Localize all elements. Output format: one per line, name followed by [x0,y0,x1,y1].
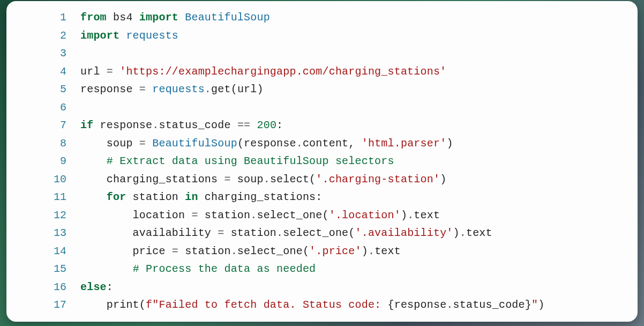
code-block: 1from bs4 import BeautifulSoup2import re… [6,9,638,314]
token-pun: ( [231,83,237,95]
code-line: 15 # Process the data as needed [6,260,638,278]
token-cmt: # Extract data using BeautifulSoup selec… [107,155,394,167]
line-number: 15 [6,260,80,278]
token-pun: ) [440,173,446,186]
token-id: soup [231,173,264,186]
token-id: bs4 [107,11,139,24]
token-op: = [107,65,113,78]
token-fn: select [270,173,309,186]
token-id: response [244,137,296,150]
token-fid: response [394,299,447,311]
line-content: # Process the data as needed [80,260,638,278]
token-pun: ) [362,245,368,257]
token-pun: { [388,299,394,311]
token-op: . [231,245,237,257]
line-number: 16 [6,278,80,297]
token-op: == [237,119,250,131]
code-line: 2import requests [6,27,638,45]
token-kw: for [107,191,126,203]
token-mod: requests [152,83,205,95]
token-pun: ( [303,245,309,257]
token-pun: , [348,137,361,150]
token-pun: ( [237,137,244,150]
token-id: url [80,65,107,78]
token-pun: ( [323,209,329,221]
line-content [80,45,638,63]
line-number: 3 [6,45,80,63]
token-fn: select_one [283,227,348,239]
token-str: '.location' [329,209,401,221]
token-pun: ) [401,209,407,221]
line-content: import requests [80,27,638,45]
line-content: from bs4 import BeautifulSoup [80,9,638,27]
token-id [119,29,126,42]
token-mod: requests [126,29,178,42]
token-kw: import [80,29,119,42]
token-pun: ) [538,299,544,311]
token-id: charging_stations [80,173,224,186]
line-content: url = 'https://examplechargingapp.com/ch… [80,63,638,81]
token-str: 'html.parser' [362,137,447,150]
token-id: charging_stations [198,191,316,203]
token-op: = [139,83,146,95]
token-fn: get [211,83,231,95]
line-number: 2 [6,27,80,45]
token-num: 200 [257,119,276,131]
token-id: content [303,137,348,150]
token-cmt: # Process the data as needed [133,263,316,275]
token-kw: if [80,119,93,131]
line-content: price = station.select_one('.price').tex… [80,242,638,261]
token-id: response [93,119,152,131]
code-line: 8 soup = BeautifulSoup(response.content,… [6,135,638,153]
token-op: = [224,173,230,186]
token-op: . [460,227,466,239]
code-line: 16else: [6,278,638,297]
code-line: 9 # Extract data using BeautifulSoup sel… [6,152,638,171]
token-op: = [191,209,198,221]
token-op: . [446,299,453,311]
token-op: . [296,137,303,150]
token-id: station [198,209,251,221]
code-line: 11 for station in charging_stations: [6,188,638,206]
token-id: price [80,245,172,257]
line-content: soup = BeautifulSoup(response.content, '… [80,135,638,153]
token-op: . [368,245,375,257]
line-content: response = requests.get(url) [80,80,638,99]
token-id [80,299,107,311]
line-number: 12 [6,206,80,225]
line-number: 7 [6,116,80,135]
line-number: 4 [6,63,80,81]
token-id: location [80,209,191,221]
token-id [113,65,119,78]
code-line: 1from bs4 import BeautifulSoup [6,9,638,27]
token-fn: select_one [237,245,303,257]
line-number: 13 [6,224,80,242]
token-str: '.price' [309,245,362,257]
token-str: '.availability' [355,227,453,239]
token-op: = [172,245,178,257]
token-pun: ) [453,227,460,239]
token-id: station [126,191,185,203]
token-id [80,263,133,275]
token-id: station [224,227,276,239]
token-op: = [139,137,146,150]
code-line: 12 location = station.select_one('.locat… [6,206,638,225]
token-str: " [531,299,538,311]
line-content: print(f"Failed to fetch data. Status cod… [80,296,638,314]
token-op: . [205,83,211,95]
token-id: availability [80,227,218,239]
line-number: 8 [6,135,80,153]
line-number: 10 [6,171,80,189]
line-number: 6 [6,99,80,117]
token-pun: : [316,191,322,203]
token-id [80,191,107,203]
token-op: . [276,227,283,239]
token-id: url [237,83,257,95]
line-content: location = station.select_one('.location… [80,206,638,225]
line-number: 11 [6,188,80,206]
token-pun: ( [348,227,355,239]
code-line: 7if response.status_code == 200: [6,116,638,135]
token-op: . [264,173,270,186]
token-id [250,119,257,131]
token-id [178,11,185,24]
